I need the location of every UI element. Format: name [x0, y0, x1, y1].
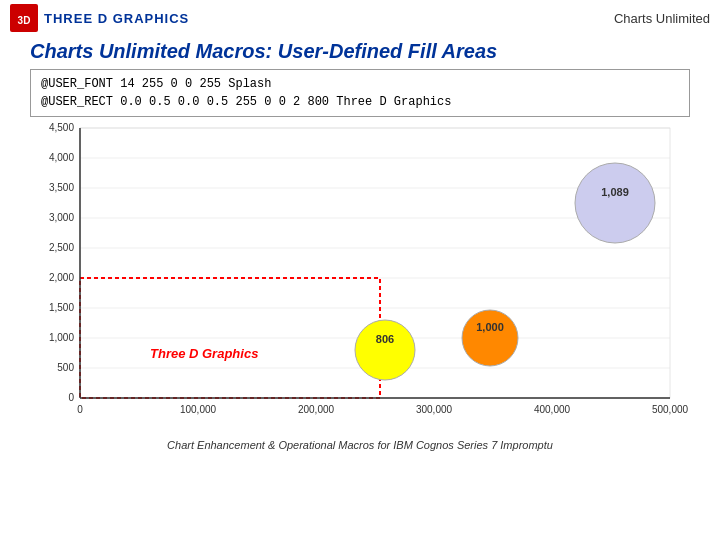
svg-text:0: 0 — [68, 392, 74, 403]
header: 3D THREE D GRAPHICS Charts Unlimited — [0, 0, 720, 36]
header-title-right: Charts Unlimited — [614, 11, 710, 26]
logo-area: 3D THREE D GRAPHICS — [10, 4, 189, 32]
svg-text:4,000: 4,000 — [49, 152, 74, 163]
svg-text:1,000: 1,000 — [49, 332, 74, 343]
svg-text:4,500: 4,500 — [49, 123, 74, 133]
svg-text:Three D Graphics: Three D Graphics — [150, 346, 258, 361]
svg-text:200,000: 200,000 — [298, 404, 335, 415]
chart-svg: 0 500 1,000 1,500 2,000 2,500 3,000 3,50… — [30, 123, 690, 433]
svg-text:0: 0 — [77, 404, 83, 415]
logo-text: THREE D GRAPHICS — [44, 11, 189, 26]
svg-text:400,000: 400,000 — [534, 404, 571, 415]
bubble-1 — [355, 320, 415, 380]
svg-text:2,000: 2,000 — [49, 272, 74, 283]
svg-text:3D: 3D — [18, 15, 31, 26]
svg-text:300,000: 300,000 — [416, 404, 453, 415]
bubble-3 — [575, 163, 655, 243]
footer: Chart Enhancement & Operational Macros f… — [0, 435, 720, 455]
svg-text:100,000: 100,000 — [180, 404, 217, 415]
title-area: Charts Unlimited Macros: User-Defined Fi… — [0, 36, 720, 65]
svg-text:2,500: 2,500 — [49, 242, 74, 253]
bubble-2 — [462, 310, 518, 366]
footer-text: Chart Enhancement & Operational Macros f… — [167, 439, 553, 451]
svg-text:3,500: 3,500 — [49, 182, 74, 193]
page-title: Charts Unlimited Macros: User-Defined Fi… — [30, 40, 497, 62]
svg-text:500: 500 — [57, 362, 74, 373]
code-line-2: @USER_RECT 0.0 0.5 0.0 0.5 255 0 0 2 800… — [41, 93, 679, 111]
svg-text:3,000: 3,000 — [49, 212, 74, 223]
code-block: @USER_FONT 14 255 0 0 255 Splash @USER_R… — [30, 69, 690, 117]
svg-text:1,500: 1,500 — [49, 302, 74, 313]
svg-text:1,089: 1,089 — [601, 186, 629, 198]
chart-container: 0 500 1,000 1,500 2,000 2,500 3,000 3,50… — [30, 123, 690, 433]
svg-text:1,000: 1,000 — [476, 321, 504, 333]
svg-text:500,000: 500,000 — [652, 404, 689, 415]
code-line-1: @USER_FONT 14 255 0 0 255 Splash — [41, 75, 679, 93]
logo-icon: 3D — [10, 4, 38, 32]
svg-text:806: 806 — [376, 333, 394, 345]
